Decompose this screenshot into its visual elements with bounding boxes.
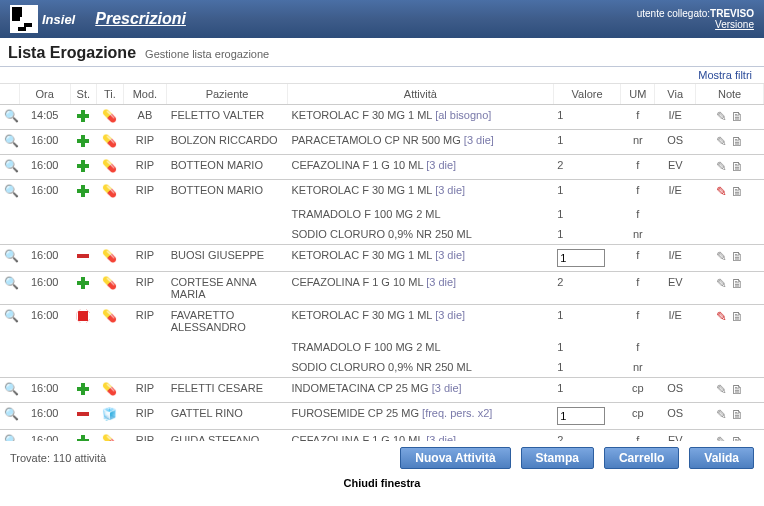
- close-row: Chiudi finestra: [0, 473, 764, 493]
- note-page-icon[interactable]: [731, 249, 745, 263]
- magnifier-icon[interactable]: [4, 249, 19, 265]
- note-edit-red-icon[interactable]: [715, 309, 729, 323]
- note-page-icon[interactable]: [731, 276, 745, 290]
- magnifier-icon[interactable]: [4, 309, 19, 325]
- status-plus-icon: [77, 110, 89, 122]
- magnifier-icon[interactable]: [4, 407, 19, 423]
- note-page-icon[interactable]: [731, 434, 745, 441]
- print-button[interactable]: Stampa: [521, 447, 594, 469]
- table-row[interactable]: 16:00RIPBOLZON RICCARDOPARACETAMOLO CP N…: [0, 130, 764, 155]
- note-page-icon[interactable]: [731, 109, 745, 123]
- cell-mod: RIP: [123, 130, 166, 155]
- note-edit-icon[interactable]: [715, 276, 729, 290]
- table-row[interactable]: 16:00RIPGUIDA STEFANOCEFAZOLINA F 1 G 10…: [0, 430, 764, 442]
- col-ti[interactable]: Ti.: [97, 84, 124, 105]
- note-edit-icon[interactable]: [715, 249, 729, 263]
- magnifier-icon[interactable]: [4, 434, 19, 441]
- note-edit-icon[interactable]: [715, 434, 729, 441]
- note-edit-icon[interactable]: [715, 134, 729, 148]
- magnifier-icon[interactable]: [4, 276, 19, 292]
- cell-paziente: BUOSI GIUSEPPE: [167, 245, 288, 272]
- note-edit-red-icon[interactable]: [715, 184, 729, 198]
- magnifier-icon[interactable]: [4, 382, 19, 398]
- cell-um: f: [621, 155, 655, 180]
- cart-button[interactable]: Carrello: [604, 447, 679, 469]
- valore-text: 2: [557, 159, 563, 171]
- note-page-icon[interactable]: [731, 134, 745, 148]
- att-dose: [al bisogno]: [435, 109, 491, 121]
- cell-via: OS: [655, 130, 696, 155]
- note-edit-icon[interactable]: [715, 407, 729, 421]
- cell-mod: RIP: [123, 180, 166, 205]
- note-edit-icon[interactable]: [715, 159, 729, 173]
- cell-paziente: CORTESE ANNA MARIA: [167, 272, 288, 305]
- brand-name: Insiel: [42, 12, 75, 27]
- show-filters-link[interactable]: Mostra filtri: [698, 69, 752, 81]
- cell-attivita: INDOMETACINA CP 25 MG [3 die]: [287, 378, 553, 403]
- table-scroll[interactable]: Ora St. Ti. Mod. Paziente Attività Valor…: [0, 83, 764, 441]
- valore-input[interactable]: [557, 249, 605, 267]
- cell-um: f: [621, 245, 655, 272]
- section-title: Lista Erogazione: [8, 44, 136, 61]
- logo-icon: [10, 5, 38, 33]
- att-dose: [freq. pers. x2]: [422, 407, 492, 419]
- col-via[interactable]: Via: [655, 84, 696, 105]
- note-page-icon[interactable]: [731, 309, 745, 323]
- magnifier-icon[interactable]: [4, 184, 19, 200]
- col-um[interactable]: UM: [621, 84, 655, 105]
- validate-button[interactable]: Valida: [689, 447, 754, 469]
- note-page-icon[interactable]: [731, 407, 745, 421]
- note-edit-icon[interactable]: [715, 382, 729, 396]
- note-page-icon[interactable]: [731, 184, 745, 198]
- valore-text: 1: [557, 109, 563, 121]
- sub-att-name: TRAMADOLO F 100 MG 2 ML: [287, 337, 553, 357]
- cell-paziente: BOTTEON MARIO: [167, 155, 288, 180]
- cell-attivita: CEFAZOLINA F 1 G 10 ML [3 die]: [287, 155, 553, 180]
- att-name: FUROSEMIDE CP 25 MG: [291, 407, 419, 419]
- close-window-link[interactable]: Chiudi finestra: [343, 477, 420, 489]
- valore-input[interactable]: [557, 407, 605, 425]
- table-row[interactable]: 16:00RIPCORTESE ANNA MARIACEFAZOLINA F 1…: [0, 272, 764, 305]
- cell-mod: RIP: [123, 245, 166, 272]
- table-row[interactable]: 16:00RIPBOTTEON MARIOCEFAZOLINA F 1 G 10…: [0, 155, 764, 180]
- table-subrow: SODIO CLORURO 0,9% NR 250 ML1nr: [0, 357, 764, 378]
- app-title[interactable]: Prescrizioni: [95, 10, 186, 28]
- cell-um: nr: [621, 130, 655, 155]
- col-st[interactable]: St.: [70, 84, 97, 105]
- note-edit-icon[interactable]: [715, 109, 729, 123]
- col-note[interactable]: Note: [696, 84, 764, 105]
- table-header-row: Ora St. Ti. Mod. Paziente Attività Valor…: [0, 84, 764, 105]
- att-dose: [3 die]: [435, 309, 465, 321]
- cell-um: cp: [621, 378, 655, 403]
- magnifier-icon[interactable]: [4, 159, 19, 175]
- col-attivita[interactable]: Attività: [287, 84, 553, 105]
- valore-text: 1: [557, 134, 563, 146]
- magnifier-icon[interactable]: [4, 134, 19, 150]
- cell-ora: 16:00: [19, 155, 70, 180]
- att-dose: [3 die]: [435, 249, 465, 261]
- note-page-icon[interactable]: [731, 159, 745, 173]
- cell-mod: RIP: [123, 272, 166, 305]
- table-row[interactable]: 16:00RIPFELETTI CESAREINDOMETACINA CP 25…: [0, 378, 764, 403]
- table-row[interactable]: 16:00RIPBUOSI GIUSEPPEKETOROLAC F 30 MG …: [0, 245, 764, 272]
- att-dose: [3 die]: [426, 159, 456, 171]
- new-activity-button[interactable]: Nuova Attività: [400, 447, 510, 469]
- cell-um: f: [621, 305, 655, 338]
- magnifier-icon[interactable]: [4, 109, 19, 125]
- table-row[interactable]: 16:00RIPBOTTEON MARIOKETOROLAC F 30 MG 1…: [0, 180, 764, 205]
- table-row[interactable]: 16:00RIPGATTEL RINOFUROSEMIDE CP 25 MG […: [0, 403, 764, 430]
- version-link[interactable]: Versione: [715, 19, 754, 30]
- cell-um: f: [621, 430, 655, 442]
- note-page-icon[interactable]: [731, 382, 745, 396]
- cell-ora: 16:00: [19, 430, 70, 442]
- col-valore[interactable]: Valore: [553, 84, 621, 105]
- col-paziente[interactable]: Paziente: [167, 84, 288, 105]
- col-ora[interactable]: Ora: [19, 84, 70, 105]
- att-dose: [3 die]: [435, 184, 465, 196]
- cell-paziente: FAVARETTO ALESSANDRO: [167, 305, 288, 338]
- col-mod[interactable]: Mod.: [123, 84, 166, 105]
- att-name: CEFAZOLINA F 1 G 10 ML: [291, 434, 423, 441]
- col-detail: [0, 84, 19, 105]
- table-row[interactable]: 16:00RIPFAVARETTO ALESSANDROKETOROLAC F …: [0, 305, 764, 338]
- table-row[interactable]: 14:05ABFELETTO VALTERKETOROLAC F 30 MG 1…: [0, 105, 764, 130]
